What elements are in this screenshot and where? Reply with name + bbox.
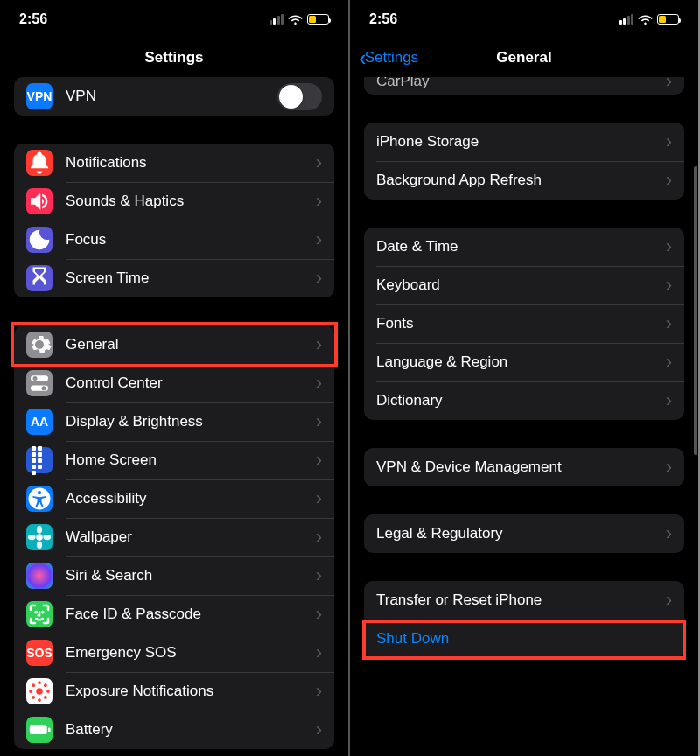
general-list[interactable]: CarPlay › iPhone Storage › Background Ap… [350, 77, 698, 756]
chevron-right-icon: › [316, 564, 322, 587]
svg-point-17 [46, 690, 50, 693]
row-label: Exposure Notifications [66, 682, 316, 700]
settings-group-notifications: Notifications › Sounds & Haptics › Focus… [14, 144, 334, 298]
row-language-region[interactable]: Language & Region › [364, 343, 684, 382]
chevron-right-icon: › [666, 235, 672, 258]
battery-settings-icon [26, 717, 52, 743]
grid-icon [26, 447, 52, 473]
row-iphone-storage[interactable]: iPhone Storage › [364, 122, 684, 161]
row-carplay[interactable]: CarPlay › [364, 77, 684, 94]
svg-point-7 [37, 526, 42, 534]
row-label: Focus [66, 231, 316, 248]
row-shut-down[interactable]: Shut Down [364, 620, 684, 658]
row-accessibility[interactable]: Accessibility › [14, 480, 334, 518]
vpn-icon: VPN [26, 83, 52, 109]
group-vpn-mgmt: VPN & Device Management › [364, 448, 684, 486]
settings-group-general: General › Control Center › AA Display & … [0, 326, 348, 749]
cellular-signal-icon [270, 14, 284, 25]
svg-point-12 [42, 612, 43, 612]
svg-point-21 [44, 696, 47, 699]
chevron-right-icon: › [316, 190, 322, 213]
svg-point-9 [28, 535, 36, 540]
row-vpn-mgmt[interactable]: VPN & Device Management › [364, 448, 684, 486]
nav-header: Settings [0, 38, 348, 77]
exposure-icon [26, 678, 52, 704]
row-dictionary[interactable]: Dictionary › [364, 382, 684, 420]
row-label: Notifications [66, 154, 316, 172]
back-label: Settings [365, 49, 418, 66]
row-faceid[interactable]: Face ID & Passcode › [14, 595, 334, 634]
row-focus[interactable]: Focus › [14, 220, 334, 259]
row-siri[interactable]: Siri & Search › [14, 556, 334, 595]
group-storage: iPhone Storage › Background App Refresh … [364, 122, 684, 200]
chevron-right-icon: › [666, 274, 672, 297]
row-label: Siri & Search [66, 567, 316, 584]
row-date-time[interactable]: Date & Time › [364, 228, 684, 266]
hourglass-icon [26, 265, 52, 291]
chevron-right-icon: › [666, 389, 672, 412]
sos-icon: SOS [26, 640, 52, 666]
row-label: Shut Down [376, 630, 672, 648]
row-fonts[interactable]: Fonts › [364, 304, 684, 343]
svg-point-16 [29, 690, 32, 693]
page-title: General [496, 49, 551, 66]
row-screen-time[interactable]: Screen Time › [14, 259, 334, 298]
row-label: Face ID & Passcode [66, 606, 316, 623]
row-label: Screen Time [66, 270, 316, 287]
row-bg-refresh[interactable]: Background App Refresh › [364, 161, 684, 200]
chevron-right-icon: › [316, 718, 322, 741]
gear-icon [26, 332, 52, 358]
svg-point-15 [38, 698, 41, 702]
chevron-right-icon: › [666, 169, 672, 192]
moon-icon [26, 227, 52, 253]
row-vpn[interactable]: VPN VPN [14, 77, 334, 116]
chevron-right-icon: › [316, 228, 322, 251]
row-label: Battery [66, 721, 316, 738]
row-control-center[interactable]: Control Center › [14, 364, 334, 402]
chevron-right-icon: › [316, 526, 322, 549]
vpn-toggle[interactable] [277, 83, 322, 110]
row-legal[interactable]: Legal & Regulatory › [364, 514, 684, 553]
status-bar: 2:56 [0, 0, 348, 38]
svg-point-18 [32, 683, 35, 687]
scrollbar[interactable] [694, 166, 697, 455]
row-sos[interactable]: SOS Emergency SOS › [14, 634, 334, 672]
svg-point-14 [38, 681, 41, 684]
row-keyboard[interactable]: Keyboard › [364, 266, 684, 304]
chevron-right-icon: › [316, 151, 322, 174]
row-label: VPN [66, 88, 277, 105]
chevron-right-icon: › [666, 456, 672, 479]
chevron-right-icon: › [666, 77, 672, 93]
row-transfer-reset[interactable]: Transfer or Reset iPhone › [364, 581, 684, 620]
back-button[interactable]: ‹ Settings [359, 46, 418, 69]
status-time: 2:56 [19, 11, 47, 27]
row-wallpaper[interactable]: Wallpaper › [14, 518, 334, 556]
nav-header: ‹ Settings General [350, 38, 698, 77]
bell-icon [26, 150, 52, 176]
chevron-right-icon: › [316, 410, 322, 433]
row-home-screen[interactable]: Home Screen › [14, 441, 334, 480]
row-label: Dictionary [376, 392, 666, 410]
row-display[interactable]: AA Display & Brightness › [14, 402, 334, 441]
chevron-right-icon: › [316, 372, 322, 395]
row-battery[interactable]: Battery › [14, 710, 334, 749]
wifi-icon [638, 14, 653, 25]
svg-point-19 [44, 683, 47, 687]
row-label: Keyboard [376, 276, 666, 294]
chevron-right-icon: › [316, 267, 322, 290]
row-label: Emergency SOS [66, 644, 316, 662]
row-label: VPN & Device Management [376, 458, 666, 476]
status-bar: 2:56 [350, 0, 698, 38]
row-sounds[interactable]: Sounds & Haptics › [14, 182, 334, 220]
settings-list[interactable]: VPN VPN Notifications › Soun [0, 77, 348, 756]
svg-point-2 [33, 376, 38, 381]
switches-icon [26, 370, 52, 396]
row-exposure[interactable]: Exposure Notifications › [14, 672, 334, 710]
chevron-right-icon: › [316, 333, 322, 356]
chevron-right-icon: › [666, 522, 672, 545]
status-time: 2:56 [369, 11, 397, 27]
row-notifications[interactable]: Notifications › [14, 144, 334, 182]
row-general[interactable]: General › [14, 326, 334, 364]
svg-rect-23 [48, 728, 51, 732]
row-label: Wallpaper [66, 528, 316, 546]
